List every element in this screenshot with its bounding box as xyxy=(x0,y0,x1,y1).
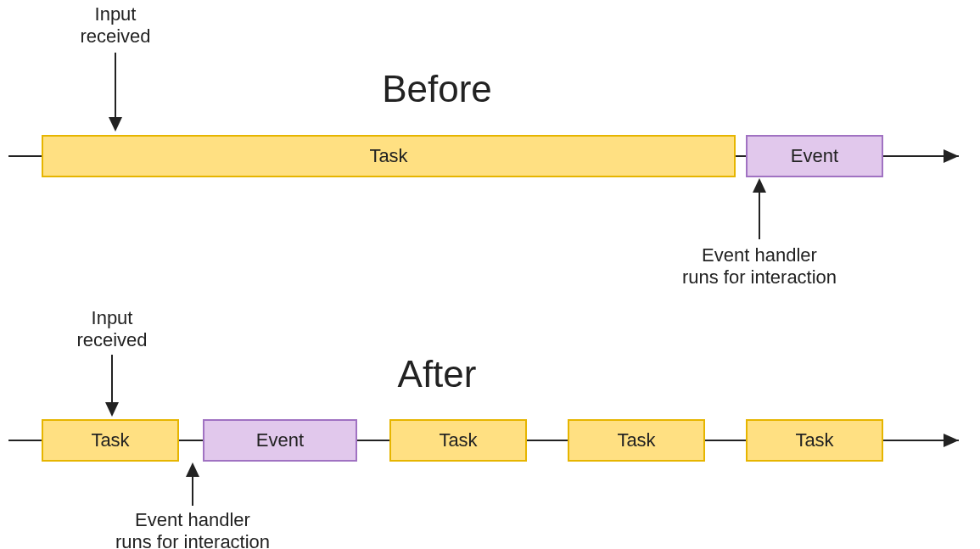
before-input-annotation-l1: Input xyxy=(95,3,137,25)
after-task-label-2: Task xyxy=(439,429,478,451)
before-handler-annotation-l1: Event handler xyxy=(702,244,817,266)
before-event-label: Event xyxy=(791,145,838,166)
before-handler-annotation-l2: runs for interaction xyxy=(682,266,837,288)
before-task-label: Task xyxy=(369,145,408,166)
after-title: After xyxy=(398,353,477,395)
after-input-annotation-l2: received xyxy=(76,329,147,350)
after-handler-annotation-l2: runs for interaction xyxy=(115,531,270,549)
before-handler-arrow-head xyxy=(753,178,766,193)
after-handler-arrow-head xyxy=(186,462,199,477)
before-input-annotation-l2: received xyxy=(80,25,150,47)
before-title: Before xyxy=(382,68,492,109)
after-input-arrow-head xyxy=(105,402,119,417)
after-handler-annotation-l1: Event handler xyxy=(135,509,250,530)
after-task-label-1: Task xyxy=(91,429,130,451)
after-task-label-4: Task xyxy=(795,429,834,451)
after-input-annotation-l1: Input xyxy=(92,307,133,328)
after-timeline-arrowhead xyxy=(944,434,959,447)
diagram-svg: Before Task Event Input received Event h… xyxy=(0,0,980,549)
before-input-arrow-head xyxy=(109,117,122,132)
after-event-label: Event xyxy=(256,429,304,451)
before-timeline-arrowhead xyxy=(944,149,959,163)
after-task-label-3: Task xyxy=(617,429,656,451)
